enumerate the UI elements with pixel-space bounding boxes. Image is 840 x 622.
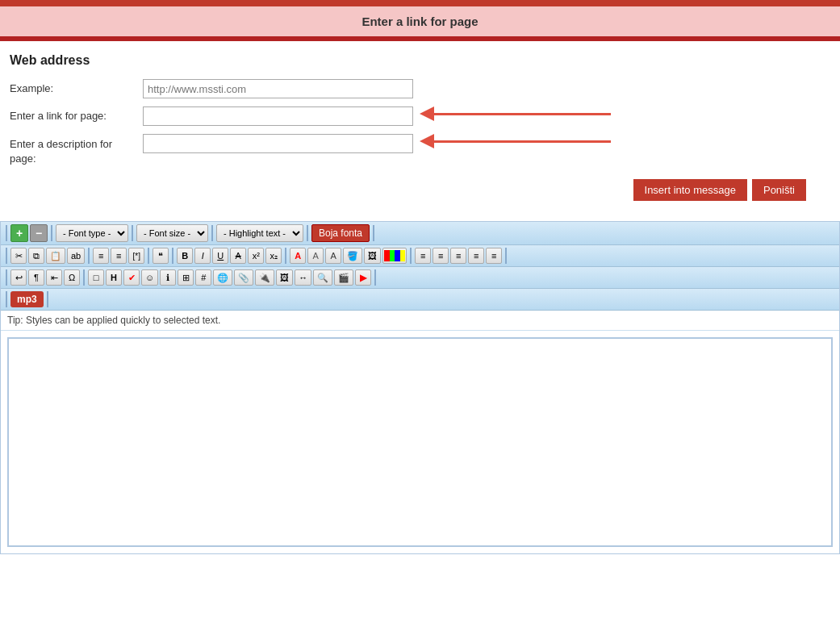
youtube-btn[interactable]: ▶ <box>355 269 371 286</box>
desc-label: Enter a description for page: <box>10 134 143 166</box>
mp3-btn[interactable]: mp3 <box>10 291 44 307</box>
italic-btn[interactable]: I <box>194 248 211 264</box>
example-label: Example: <box>10 79 143 94</box>
superscript-btn[interactable]: x² <box>248 248 264 264</box>
indent-btn[interactable]: [*] <box>128 248 144 264</box>
sep5 <box>307 225 308 241</box>
desc-row: Enter a description for page: <box>10 134 830 166</box>
attach-btn[interactable]: 📎 <box>234 269 253 286</box>
sep6 <box>373 225 374 241</box>
toolbar-plus-btn[interactable]: + <box>10 224 28 242</box>
ul-btn[interactable]: ≡ <box>93 248 109 264</box>
arrow-head <box>420 106 434 121</box>
tip-text: Tip: Styles can be applied quickly to se… <box>7 315 220 326</box>
smiley-btn[interactable]: ☺ <box>141 269 158 286</box>
link-label: Enter a link for page: <box>10 106 143 122</box>
checkmark-btn[interactable]: ✔ <box>123 269 140 286</box>
editor-area: + − - Font type - - Font size - - Highli… <box>0 221 840 554</box>
subscript-btn[interactable]: x₂ <box>265 248 282 264</box>
undo-btn[interactable]: ↩ <box>10 269 27 286</box>
sep7 <box>6 248 7 264</box>
ol-btn[interactable]: ≡ <box>111 248 127 264</box>
example-row: Example: <box>10 79 830 98</box>
strikethrough-btn[interactable]: A <box>230 248 246 264</box>
bold-btn[interactable]: B <box>177 248 193 264</box>
h-btn[interactable]: H <box>106 269 122 286</box>
align-left-btn[interactable]: ≡ <box>415 248 431 264</box>
highlight-select[interactable]: - Highlight text - <box>216 224 303 242</box>
editor-body[interactable] <box>7 337 833 547</box>
toolbar-row-2: ✂ ⧉ 📋 ab ≡ ≡ [*] ❝ B I U A x² x₂ A A A 🪣… <box>1 245 839 267</box>
toolbar-row-1: + − - Font type - - Font size - - Highli… <box>1 222 839 245</box>
align-full-btn[interactable]: ≡ <box>486 248 502 264</box>
insert-button[interactable]: Insert into message <box>633 179 747 201</box>
arrow-head-2 <box>420 134 434 148</box>
desc-arrow <box>420 134 611 148</box>
hashtag-btn[interactable]: # <box>195 269 211 286</box>
outdent-btn[interactable]: ⇤ <box>46 269 62 286</box>
sep <box>6 225 7 241</box>
font-size-select[interactable]: - Font size - <box>136 224 208 242</box>
globe-btn[interactable]: 🌐 <box>213 269 232 286</box>
font-type-select[interactable]: - Font type - <box>56 224 128 242</box>
gallery-btn[interactable]: 🖼 <box>276 269 293 286</box>
page-title: Enter a link for page <box>361 15 478 28</box>
arrow-line <box>433 113 611 115</box>
copy-btn[interactable]: ⧉ <box>28 248 44 264</box>
plugin-btn[interactable]: 🔌 <box>255 269 274 286</box>
font-color-btn[interactable]: A <box>290 248 306 264</box>
media-btn[interactable]: 🎬 <box>334 269 353 286</box>
align-justify-btn[interactable]: ≡ <box>468 248 484 264</box>
sep3 <box>132 225 133 241</box>
main-content: Web address Example: Enter a link for pa… <box>0 41 840 213</box>
cancel-button[interactable]: Poništi <box>752 179 806 201</box>
align-center-btn[interactable]: ≡ <box>433 248 449 264</box>
toolbar-row-3: ↩ ¶ ⇤ Ω □ H ✔ ☺ ℹ ⊞ # 🌐 📎 🔌 🖼 ↔ 🔍 🎬 ▶ <box>1 267 839 289</box>
underline-btn[interactable]: U <box>212 248 228 264</box>
link-row: Enter a link for page: <box>10 106 830 126</box>
ab-btn[interactable]: ab <box>67 248 85 264</box>
find-replace-btn[interactable]: 🔍 <box>313 269 332 286</box>
image-btn[interactable]: 🖼 <box>364 248 381 264</box>
paste-btn[interactable]: 📋 <box>46 248 65 264</box>
box-btn[interactable]: □ <box>88 269 104 286</box>
table-btn[interactable]: ⊞ <box>178 269 194 286</box>
arrow-line-2 <box>433 140 611 143</box>
font-shadow-btn[interactable]: A <box>307 248 324 264</box>
top-bar <box>0 0 840 6</box>
blockquote-btn[interactable]: ❝ <box>153 248 169 264</box>
link-arrow <box>420 106 611 121</box>
info-btn[interactable]: ℹ <box>160 269 176 286</box>
special-chars-btn[interactable]: Ω <box>64 269 80 286</box>
font-outline-btn[interactable]: A <box>325 248 341 264</box>
toolbar-row-4: mp3 <box>1 289 839 311</box>
paragraph-btn[interactable]: ¶ <box>28 269 44 286</box>
align-right-btn[interactable]: ≡ <box>450 248 466 264</box>
button-row: Insert into message Poništi <box>10 179 830 201</box>
desc-input[interactable] <box>143 134 413 153</box>
boja-fonta-btn[interactable]: Boja fonta <box>311 224 370 242</box>
title-bar: Enter a link for page <box>0 6 840 36</box>
sep2 <box>51 225 52 241</box>
sep4 <box>211 225 213 241</box>
section-title: Web address <box>10 53 830 68</box>
fill-color-btn[interactable]: 🪣 <box>343 248 362 264</box>
arrows-btn[interactable]: ↔ <box>295 269 311 286</box>
link-input[interactable] <box>143 106 413 126</box>
example-input[interactable] <box>143 79 413 98</box>
cut-btn[interactable]: ✂ <box>10 248 27 264</box>
tip-bar: Tip: Styles can be applied quickly to se… <box>1 311 839 331</box>
color-strip-btn[interactable] <box>382 248 407 264</box>
toolbar-minus-btn[interactable]: − <box>30 224 48 242</box>
